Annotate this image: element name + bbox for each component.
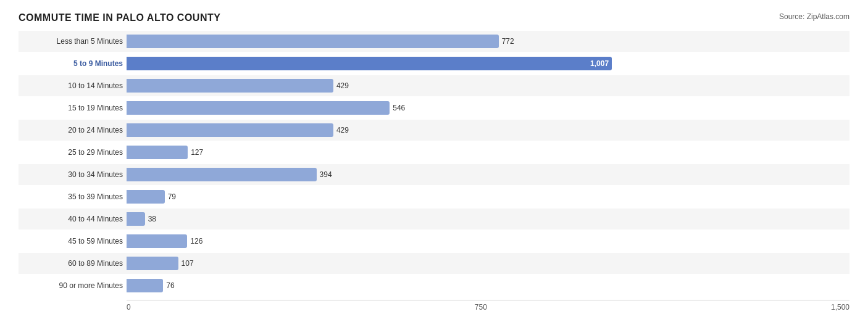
bar: 772	[127, 35, 499, 48]
bar-label: 15 to 19 Minutes	[19, 104, 127, 112]
bar-container: 107	[127, 253, 849, 274]
bar-container: 126	[127, 231, 849, 252]
x-tick: 1,500	[831, 303, 849, 312]
x-axis: 07501,500	[19, 300, 849, 312]
bar: 1,007	[127, 57, 612, 70]
bar-container: 76	[127, 275, 849, 296]
bar-label: Less than 5 Minutes	[19, 37, 127, 46]
bar-value: 772	[502, 37, 514, 46]
bar-container: 772	[127, 31, 849, 52]
source-text: Source: ZipAtlas.com	[779, 12, 849, 21]
bar-row: 20 to 24 Minutes 429	[19, 120, 849, 141]
bar-label: 35 to 39 Minutes	[19, 192, 127, 201]
bar-value: 429	[336, 126, 349, 134]
bar-value: 38	[148, 215, 156, 223]
bar-row: 30 to 34 Minutes 394	[19, 164, 849, 185]
header-row: COMMUTE TIME IN PALO ALTO COUNTY Source:…	[19, 12, 849, 23]
bar-row: Less than 5 Minutes 772	[19, 31, 849, 52]
bar: 394	[127, 168, 317, 181]
bar: 107	[127, 257, 178, 270]
x-tick: 750	[475, 303, 487, 312]
bar-label: 60 to 89 Minutes	[19, 259, 127, 268]
bar-value: 1,007	[590, 59, 609, 68]
bar-container: 394	[127, 164, 849, 185]
bar-container: 546	[127, 97, 849, 118]
bar-row: 60 to 89 Minutes 107	[19, 253, 849, 274]
bar-label: 40 to 44 Minutes	[19, 215, 127, 223]
bar-label: 90 or more Minutes	[19, 281, 127, 290]
bar-container: 79	[127, 186, 849, 207]
bars-container: Less than 5 Minutes 772 5 to 9 Minutes 1…	[19, 31, 849, 296]
bar: 76	[127, 279, 163, 292]
bar: 126	[127, 234, 187, 248]
bar-row: 35 to 39 Minutes 79	[19, 186, 849, 207]
bar-row: 10 to 14 Minutes 429	[19, 75, 849, 96]
bar-label: 20 to 24 Minutes	[19, 126, 127, 134]
bar-value: 394	[320, 170, 332, 179]
chart-title: COMMUTE TIME IN PALO ALTO COUNTY	[19, 12, 220, 23]
bar-label: 30 to 34 Minutes	[19, 170, 127, 179]
x-axis-inner: 07501,500	[127, 300, 849, 312]
bar-row: 25 to 29 Minutes 127	[19, 142, 849, 163]
bar-label: 25 to 29 Minutes	[19, 148, 127, 157]
bar-value: 127	[191, 148, 203, 157]
x-tick: 0	[127, 303, 131, 312]
bar-value: 76	[166, 281, 174, 290]
bar-row: 40 to 44 Minutes 38	[19, 208, 849, 229]
bar-label: 10 to 14 Minutes	[19, 81, 127, 90]
bar-row: 45 to 59 Minutes 126	[19, 231, 849, 252]
bar-container: 127	[127, 142, 849, 163]
bar-container: 429	[127, 75, 849, 96]
bar-row: 5 to 9 Minutes 1,007	[19, 53, 849, 74]
bar-label: 5 to 9 Minutes	[19, 59, 127, 68]
bar-row: 90 or more Minutes 76	[19, 275, 849, 296]
bar: 38	[127, 212, 145, 226]
bar: 127	[127, 146, 188, 159]
bar-value: 546	[393, 104, 405, 112]
bar: 79	[127, 190, 165, 204]
bar: 429	[127, 79, 333, 93]
bar: 429	[127, 123, 333, 137]
bar-value: 79	[168, 192, 176, 201]
bar: 546	[127, 101, 390, 115]
bar-value: 126	[190, 237, 202, 246]
page-container: COMMUTE TIME IN PALO ALTO COUNTY Source:…	[19, 12, 849, 312]
bar-container: 429	[127, 120, 849, 141]
bar-container: 38	[127, 208, 849, 229]
bar-value: 429	[336, 81, 349, 90]
bar-value: 107	[182, 259, 194, 268]
bar-row: 15 to 19 Minutes 546	[19, 97, 849, 118]
bar-label: 45 to 59 Minutes	[19, 237, 127, 246]
bar-container: 1,007	[127, 53, 849, 74]
chart-area: Less than 5 Minutes 772 5 to 9 Minutes 1…	[19, 31, 849, 312]
